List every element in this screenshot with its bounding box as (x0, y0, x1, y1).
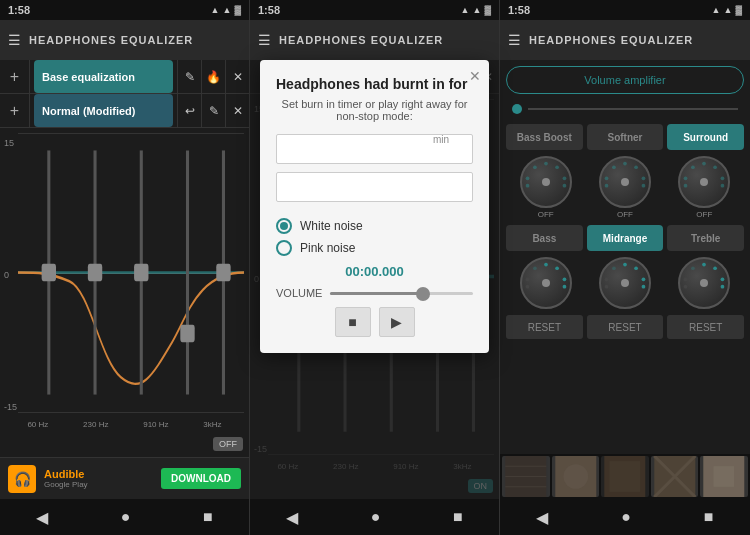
svg-point-23 (562, 184, 566, 188)
back-btn-3[interactable]: ◀ (536, 508, 548, 527)
knob-bb2: OFF (599, 156, 651, 219)
knob-t2-dial[interactable] (599, 257, 651, 309)
eq-db-labels-1: 15 0 -15 (4, 138, 17, 412)
preset-actions-2: ↩ ✎ ✕ (177, 94, 249, 127)
knob-bb3-dial[interactable] (678, 156, 730, 208)
knob-t1-dial[interactable] (520, 257, 572, 309)
svg-point-32 (605, 184, 609, 188)
battery-icon: ▓ (234, 5, 241, 15)
play-btn[interactable]: ▶ (379, 307, 415, 337)
app-title-1: HEADPHONES EQUALIZER (29, 34, 241, 46)
ad-banner: 🎧 Audible Google Play DOWNLOAD (0, 457, 249, 499)
svg-point-22 (562, 176, 566, 180)
svg-point-30 (642, 184, 646, 188)
svg-point-57 (721, 277, 725, 281)
menu-icon-3[interactable]: ☰ (508, 32, 521, 48)
svg-point-27 (623, 162, 627, 166)
db-label-15: 15 (4, 138, 17, 148)
dialog-title: Headphones had burnt in for (276, 76, 473, 92)
vol-amp-bar[interactable]: Volume amplifier (506, 66, 744, 94)
signal-icon: ▲ (211, 5, 220, 15)
add-preset-btn-2[interactable]: + (0, 94, 30, 128)
wifi-icon-2: ▲ (473, 5, 482, 15)
svg-point-53 (605, 285, 609, 289)
reset-btn-3[interactable]: RESET (667, 315, 744, 339)
svg-point-29 (642, 176, 646, 180)
volume-slider[interactable] (330, 292, 473, 295)
close-icon-2[interactable]: ✕ (225, 94, 249, 127)
svg-point-21 (555, 165, 559, 169)
eq-toggle-on[interactable]: ON (468, 479, 494, 493)
thumb-3[interactable] (601, 456, 649, 497)
knob-bb1-label: OFF (538, 210, 554, 219)
radio-pink[interactable] (276, 240, 292, 256)
back-btn-1[interactable]: ◀ (36, 508, 48, 527)
status-bar-3: 1:58 ▲ ▲ ▓ (500, 0, 750, 20)
reset-btn-2[interactable]: RESET (587, 315, 664, 339)
svg-point-25 (525, 184, 529, 188)
bass-boost-btn[interactable]: Bass Boost (506, 124, 583, 150)
recent-btn-2[interactable]: ■ (453, 508, 463, 526)
toolbar-3: ☰ HEADPHONES EQUALIZER (500, 20, 750, 60)
reset-btn-1[interactable]: RESET (506, 315, 583, 339)
menu-icon-2[interactable]: ☰ (258, 32, 271, 48)
edit-icon-2[interactable]: ✎ (201, 94, 225, 127)
thumb-4[interactable] (651, 456, 699, 497)
dialog-close-btn[interactable]: ✕ (469, 68, 481, 84)
eq-curve-svg (18, 133, 244, 412)
svg-point-50 (642, 277, 646, 281)
grid-bottom (18, 412, 244, 413)
vol-dot (512, 104, 522, 114)
radio-white[interactable] (276, 218, 292, 234)
recent-btn-1[interactable]: ■ (203, 508, 213, 526)
menu-icon[interactable]: ☰ (8, 32, 21, 48)
home-btn-2[interactable]: ● (371, 508, 381, 526)
back-btn-2[interactable]: ◀ (286, 508, 298, 527)
knob-row-2 (506, 257, 744, 311)
wifi-icon: ▲ (223, 5, 232, 15)
preset-name-2[interactable]: Normal (Modified) (34, 94, 173, 127)
add-preset-btn-1[interactable]: + (0, 60, 30, 94)
vol-track[interactable] (528, 108, 738, 110)
softner-btn[interactable]: Softner (587, 124, 664, 150)
recent-btn-3[interactable]: ■ (704, 508, 714, 526)
flame-icon-1[interactable]: 🔥 (201, 60, 225, 93)
eq-area-1: 15 0 -15 (0, 128, 249, 457)
status-bar-2: 1:58 ▲ ▲ ▓ (250, 0, 499, 20)
surround-btn[interactable]: Surround (667, 124, 744, 150)
edit-icon-1[interactable]: ✎ (177, 60, 201, 93)
timer-input-2[interactable] (276, 172, 473, 202)
download-btn[interactable]: DOWNLOAD (161, 468, 241, 489)
volume-fill (330, 292, 423, 295)
volume-thumb[interactable] (416, 287, 430, 301)
time-2: 1:58 (258, 4, 280, 16)
thumb-5[interactable] (700, 456, 748, 497)
midrange-btn[interactable]: Midrange (587, 225, 664, 251)
home-btn-3[interactable]: ● (621, 508, 631, 526)
effect-btn-row-2: Bass Midrange Treble (506, 225, 744, 251)
knob-bb1-dial[interactable] (520, 156, 572, 208)
svg-point-35 (714, 165, 718, 169)
reset-btn-row: RESET RESET RESET (506, 315, 744, 339)
thumb-2[interactable] (552, 456, 600, 497)
preset-name-1[interactable]: Base equalization (34, 60, 173, 93)
close-icon-1[interactable]: ✕ (225, 60, 249, 93)
white-noise-option[interactable]: White noise (276, 218, 473, 234)
pink-noise-option[interactable]: Pink noise (276, 240, 473, 256)
svg-point-41 (544, 263, 548, 267)
thumb-1[interactable] (502, 456, 550, 497)
effect-btn-row-1: Bass Boost Softner Surround (506, 124, 744, 150)
knob-bb2-dial[interactable] (599, 156, 651, 208)
bass-btn[interactable]: Bass (506, 225, 583, 251)
undo-icon[interactable]: ↩ (177, 94, 201, 127)
preset-row-2: + Normal (Modified) ↩ ✎ ✕ (0, 94, 249, 128)
eq-toggle-off-1[interactable]: OFF (213, 437, 243, 451)
vol-amp-slider-row (506, 100, 744, 118)
svg-point-44 (562, 285, 566, 289)
stop-btn[interactable]: ■ (335, 307, 371, 337)
knob-t3 (678, 257, 730, 311)
home-btn-1[interactable]: ● (121, 508, 131, 526)
knob-t3-dial[interactable] (678, 257, 730, 309)
treble-btn[interactable]: Treble (667, 225, 744, 251)
svg-point-59 (684, 277, 688, 281)
